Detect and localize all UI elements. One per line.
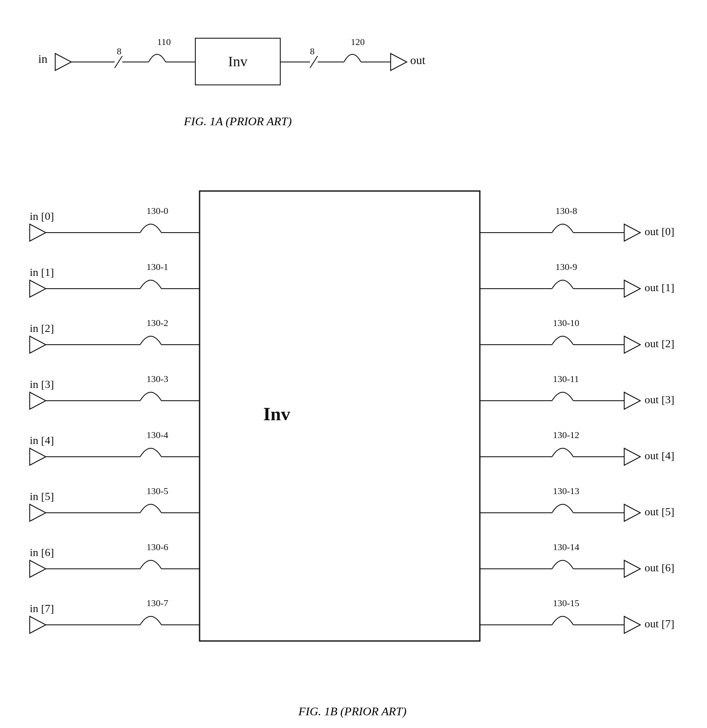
svg-text:130-7: 130-7 <box>146 598 168 608</box>
svg-text:130-15: 130-15 <box>553 598 579 608</box>
label-120: 120 <box>351 37 365 47</box>
inv-box-main <box>200 191 480 641</box>
svg-text:130-8: 130-8 <box>555 205 577 216</box>
svg-marker-29 <box>30 448 46 465</box>
svg-marker-56 <box>624 280 640 297</box>
svg-text:in [3]: in [3] <box>30 378 54 391</box>
svg-marker-86 <box>624 616 640 633</box>
svg-marker-81 <box>624 560 640 577</box>
svg-text:in [1]: in [1] <box>30 266 54 278</box>
svg-text:130-10: 130-10 <box>553 318 579 328</box>
svg-text:out [7]: out [7] <box>645 618 674 630</box>
svg-text:in [2]: in [2] <box>30 322 54 334</box>
svg-text:130-4: 130-4 <box>146 430 168 440</box>
svg-text:out [1]: out [1] <box>645 281 674 294</box>
svg-text:out [6]: out [6] <box>645 562 674 574</box>
svg-text:130-11: 130-11 <box>553 374 579 384</box>
svg-marker-51 <box>624 224 640 241</box>
svg-marker-44 <box>30 616 46 633</box>
svg-marker-66 <box>624 392 640 409</box>
connector-110 <box>149 54 166 62</box>
bus-right-num: 8 <box>310 46 315 56</box>
output-buffer <box>391 53 407 70</box>
svg-marker-19 <box>30 336 46 353</box>
svg-marker-39 <box>30 560 46 577</box>
out-label: out <box>410 53 425 67</box>
svg-marker-61 <box>624 336 640 353</box>
svg-marker-24 <box>30 392 46 409</box>
connector-120 <box>344 54 361 62</box>
svg-text:130-2: 130-2 <box>146 318 168 328</box>
fig1b-diagram: Inv in [0] 130-0 in [1] 130-1 in [2] 130… <box>17 178 688 696</box>
svg-text:130-12: 130-12 <box>553 430 579 440</box>
svg-text:130-1: 130-1 <box>146 261 168 272</box>
inv-label: Inv <box>228 53 247 69</box>
svg-text:out [3]: out [3] <box>645 394 674 406</box>
label-110: 110 <box>157 37 171 47</box>
svg-text:130-3: 130-3 <box>146 374 168 384</box>
fig1a-caption: FIG. 1A (PRIOR ART) <box>25 115 450 128</box>
svg-text:in [7]: in [7] <box>30 602 54 615</box>
inv-label-main: Inv <box>263 404 290 424</box>
svg-marker-34 <box>30 504 46 521</box>
svg-text:in [0]: in [0] <box>30 210 54 222</box>
svg-text:out [5]: out [5] <box>645 506 674 518</box>
svg-marker-9 <box>30 224 46 241</box>
svg-text:130-5: 130-5 <box>146 486 168 496</box>
svg-marker-76 <box>624 504 640 521</box>
svg-line-5 <box>310 56 318 68</box>
svg-text:130-0: 130-0 <box>146 205 168 216</box>
fig1b-caption: FIG. 1B (PRIOR ART) <box>17 705 688 718</box>
svg-text:130-14: 130-14 <box>553 542 579 552</box>
svg-line-1 <box>115 56 122 68</box>
input-buffer <box>55 53 71 70</box>
svg-text:130-13: 130-13 <box>553 486 579 496</box>
svg-text:in [6]: in [6] <box>30 546 54 559</box>
svg-text:out [2]: out [2] <box>645 337 674 350</box>
svg-marker-14 <box>30 280 46 297</box>
bus-left-num: 8 <box>117 46 121 56</box>
svg-text:out [0]: out [0] <box>645 225 674 238</box>
svg-text:out [4]: out [4] <box>645 450 674 462</box>
svg-text:in [4]: in [4] <box>30 434 54 447</box>
in-label: in <box>38 52 48 65</box>
svg-marker-71 <box>624 448 640 465</box>
svg-text:130-9: 130-9 <box>555 261 577 272</box>
svg-text:130-6: 130-6 <box>146 542 168 552</box>
svg-text:in [5]: in [5] <box>30 490 54 503</box>
